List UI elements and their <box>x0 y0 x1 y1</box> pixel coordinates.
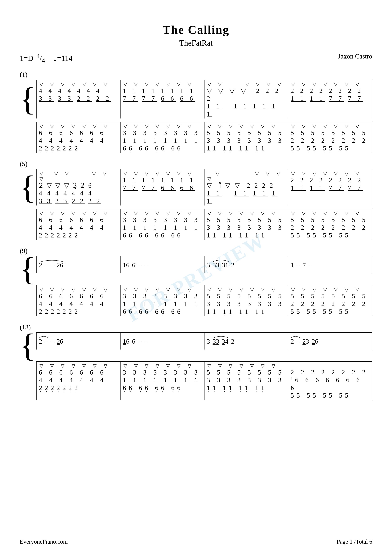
time-sig: 4/4 <box>36 52 45 64</box>
m9-melody: 2 – – 26 <box>36 256 121 273</box>
arranger: Jaxon Castro <box>338 52 372 60</box>
m8-upper: ▽ ▽ ▽ ▽ ▽ ▽ ▽ 2 2 2 2 2 2 2 2 1 1 1 1 7 … <box>288 169 372 205</box>
m13-melody: 2 – – 26 <box>36 332 121 350</box>
m14-melody: 16 6· – – <box>121 332 205 350</box>
m4-lower: ▽ ▽ ▽ ▽ ▽ ▽ ▽ 5 5 5 5 5 5 5 5 2 2 2 2 2 … <box>288 122 372 153</box>
m3-lower: ▽ ▽ ▽ ▽ ▽ ▽ ▽ 5 5 5 5 5 5 5 5 3 3 3 3 3 … <box>205 122 288 153</box>
lower-voice-row-1: ▽ ▽ ▽ ▽ ▽ ▽ ▽ 6 6 6 6 6 6 6 4 4 4 4 4 4 … <box>36 122 372 153</box>
system-9-lower: { ▽ ▽ ▽ ▽ ▽ ▽ ▽ 6 6 6 6 6 6 6 4 4 4 4 4 … <box>20 285 372 316</box>
m4-upper: ▽ ▽ ▽ ▽ ▽ ▽ ▽ 2 2 2 2 2 2 2 2 1 1 1 1 7 … <box>288 80 372 118</box>
section-9-label: (9) <box>20 247 372 255</box>
m15-melody: 3 33 34 2 <box>205 332 288 350</box>
m12-melody: 1 – 7 – <box>288 256 372 273</box>
title: The Calling <box>20 23 372 37</box>
key-label: 1=D <box>20 54 33 63</box>
tempo: ♩=114 <box>54 54 72 63</box>
m1-lower: ▽ ▽ ▽ ▽ ▽ ▽ ▽ 6 6 6 6 6 6 6 4 4 4 4 4 4 … <box>36 122 121 153</box>
footer: EveryonePiano.com Page 1 /Total 6 <box>20 538 372 545</box>
section-1-label: (1) <box>20 71 372 78</box>
m2-lower: ▽ ▽ ▽ ▽ ▽ ▽ ▽ 3 3 3 3 3 3 3 3 1 1 1 1 1 … <box>121 122 205 153</box>
page: FOR PREVIEW The Calling TheFatRat 1=D 4/… <box>0 0 392 555</box>
meta-row: 1=D 4/4 ♩=114 Jaxon Castro <box>20 52 372 64</box>
system-1-lower: { ▽ ▽ ▽ ▽ ▽ ▽ ▽ 6 6 6 6 6 6 6 4 4 4 4 4 … <box>20 122 372 153</box>
upper-voice-row-1: ▽ ▽ ▽ ▽ ▽ ▽ ▽ 4 4 4 4 4 4 4 3 3 3 3 2 2 … <box>36 80 372 118</box>
m11-melody: 3 33 31 2 <box>205 256 288 273</box>
system-13-lower: { ▽ ▽ ▽ ▽ ▽ ▽ ▽ 6 6 6 6 6 6 6 4 4 4 4 4 … <box>20 361 372 400</box>
footer-page: Page 1 /Total 6 <box>337 538 372 545</box>
m7-upper: ▽ ▽ ▽ ▽ ▽ ▽ i̊ ▽ ▽ 2 2 2 2 1 1 1 1 1 1 1… <box>205 169 288 205</box>
m2-upper: ▽ ▽ ▽ ▽ ▽ ▽ ▽ 1 1 1 1 1 1 1 1 7 7 7 7 6 … <box>121 80 205 118</box>
system-13-upper: { 2 – – 26 <box>20 332 372 358</box>
footer-website: EveryonePiano.com <box>20 538 68 545</box>
m1-upper-notes: 4 4 4 4 4 4 4 3 3 3 3 2 2 2 2 <box>39 87 118 102</box>
m16-melody: 2 – 23 26 <box>288 332 372 350</box>
system-1-content: ▽ ▽ ▽ ▽ ▽ ▽ ▽ 4 4 4 4 4 4 4 3 3 3 3 2 2 … <box>36 80 372 118</box>
system-5-upper: { ▽ ▽ ▽ ▽ ▽ ▽ 2̈ ▽ ▽ ▽ 3̧ 2̣ 6 4 4 4 4 4… <box>20 169 372 205</box>
m10-melody: 16 6· – – <box>121 256 205 273</box>
key-tempo: 1=D 4/4 ♩=114 <box>20 52 72 64</box>
system-1-upper: { ▽ ▽ ▽ ▽ ▽ ▽ ▽ 4 4 4 4 4 4 4 3 3 3 3 2 … <box>20 80 372 118</box>
section-13-label: (13) <box>20 323 372 331</box>
brace-1: { <box>20 80 36 118</box>
m5-upper: ▽ ▽ ▽ ▽ ▽ ▽ 2̈ ▽ ▽ ▽ 3̧ 2̣ 6 4 4 4 4 4 4… <box>36 169 121 205</box>
m1-upper: ▽ ▽ ▽ ▽ ▽ ▽ ▽ 4 4 4 4 4 4 4 3 3 3 3 2 2 … <box>36 80 121 118</box>
system-9-upper: { 2 – – 26 <box>20 256 372 282</box>
m3-upper: ▽ ▽ ▽ ▽ ▽ ▽ ▽ ▽ ▽ ▽ 2 2 2 2 1 1 1 1 1 1 … <box>205 80 288 118</box>
section-5-label: (5) <box>20 160 372 168</box>
m6-upper: ▽ ▽ ▽ ▽ ▽ ▽ ▽ 1 1 1 1 1 1 1 1 7 7 7 7 6 … <box>121 169 205 205</box>
system-5-lower: { ▽ ▽ ▽ ▽ ▽ ▽ ▽ 6 6 6 6 6 6 6 4 4 4 4 4 … <box>20 209 372 240</box>
m1-arrows: ▽ ▽ ▽ ▽ ▽ ▽ ▽ <box>39 81 118 87</box>
composer: TheFatRat <box>20 38 372 47</box>
